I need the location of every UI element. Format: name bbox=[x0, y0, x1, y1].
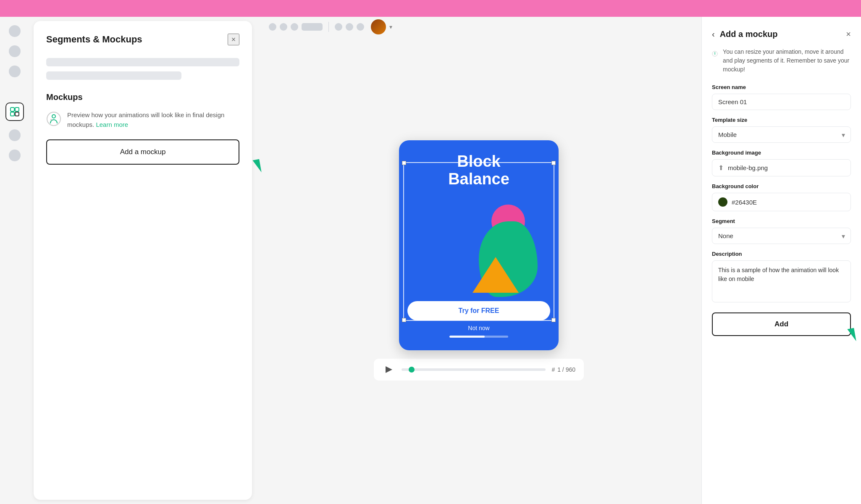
close-panel-button[interactable]: × bbox=[228, 34, 239, 45]
progress-fill bbox=[449, 336, 485, 338]
segments-icon bbox=[10, 107, 20, 117]
frame-counter: # 1 / 960 bbox=[551, 366, 575, 373]
background-image-value: mobile-bg.png bbox=[728, 164, 768, 171]
not-now-text[interactable]: Not now bbox=[407, 325, 550, 331]
shapes-container bbox=[407, 196, 550, 297]
play-icon bbox=[386, 366, 392, 373]
handle-br[interactable] bbox=[551, 318, 556, 322]
bc-rect-1 bbox=[302, 23, 323, 31]
svg-point-6 bbox=[50, 119, 52, 121]
skeleton-bar-1 bbox=[46, 58, 239, 66]
try-free-button[interactable]: Try for FREE bbox=[407, 301, 550, 320]
right-panel-header: ‹ Add a mockup × bbox=[712, 29, 851, 39]
right-panel: ‹ Add a mockup × You can resize your ani… bbox=[701, 17, 861, 504]
timeline-bar: # 1 / 960 bbox=[374, 359, 584, 381]
svg-point-7 bbox=[712, 51, 717, 56]
info-text: You can resize your animation, move it a… bbox=[723, 47, 851, 74]
mockups-title: Mockups bbox=[46, 92, 239, 102]
sidebar-dot-3 bbox=[9, 66, 21, 77]
segment-label: Segment bbox=[712, 218, 851, 224]
svg-point-5 bbox=[52, 115, 55, 118]
background-image-input[interactable]: ⬆ mobile-bg.png bbox=[712, 159, 851, 176]
add-button[interactable]: Add bbox=[712, 312, 851, 336]
bc-dot-1 bbox=[269, 23, 276, 31]
learn-more-link[interactable]: Learn more bbox=[96, 121, 128, 128]
user-avatar[interactable] bbox=[371, 19, 386, 34]
svg-point-4 bbox=[47, 112, 60, 126]
bc-dot-3 bbox=[291, 23, 298, 31]
sidebar-dot-5 bbox=[9, 150, 21, 161]
info-icon bbox=[712, 47, 718, 60]
template-size-wrapper: Mobile Desktop Tablet bbox=[712, 126, 851, 143]
sidebar-dot-2 bbox=[9, 45, 21, 57]
background-image-label: Background image bbox=[712, 150, 851, 156]
sidebar-item-segments[interactable] bbox=[5, 102, 24, 121]
preview-text: Preview how your animations will look li… bbox=[67, 111, 224, 128]
mockup-card-title: Block Balance bbox=[407, 153, 550, 188]
description-textarea[interactable]: This is a sample of how the animation wi… bbox=[712, 260, 851, 302]
segment-select[interactable]: None bbox=[712, 228, 851, 244]
sidebar-dot-4 bbox=[9, 129, 21, 141]
background-color-label: Background color bbox=[712, 183, 851, 189]
svg-rect-0 bbox=[10, 108, 14, 111]
mockups-section: Mockups Preview how your animations will… bbox=[46, 92, 239, 165]
browser-chrome: ▾ bbox=[269, 19, 689, 34]
handle-bl[interactable] bbox=[402, 318, 406, 322]
template-size-label: Template size bbox=[712, 117, 851, 123]
svg-rect-2 bbox=[10, 112, 14, 116]
sidebar-dot-1 bbox=[9, 25, 21, 37]
mockup-preview-text: Preview how your animations will look li… bbox=[67, 110, 239, 129]
screen-name-label: Screen name bbox=[712, 84, 851, 90]
right-panel-title: Add a mockup bbox=[720, 29, 846, 39]
bc-dot-5 bbox=[346, 23, 353, 31]
main-area: Segments & Mockups × Mockups Preview how… bbox=[0, 17, 861, 504]
shape-yellow-triangle bbox=[472, 257, 519, 293]
bc-dot-6 bbox=[357, 23, 364, 31]
timeline-track[interactable] bbox=[402, 368, 546, 371]
segment-wrapper: None bbox=[712, 228, 851, 244]
skeleton-bar-2 bbox=[46, 71, 181, 80]
upload-icon: ⬆ bbox=[718, 164, 724, 172]
play-button[interactable] bbox=[382, 363, 396, 376]
svg-point-8 bbox=[714, 52, 715, 53]
mockup-preview-row: Preview how your animations will look li… bbox=[46, 110, 239, 129]
svg-rect-3 bbox=[15, 112, 19, 116]
handle-tl[interactable] bbox=[402, 161, 406, 165]
cursor-right bbox=[848, 328, 855, 342]
bc-separator bbox=[328, 22, 329, 32]
template-size-select[interactable]: Mobile Desktop Tablet bbox=[712, 126, 851, 143]
panel-header: Segments & Mockups × bbox=[46, 34, 239, 45]
left-panel: Segments & Mockups × Mockups Preview how… bbox=[34, 21, 252, 500]
frame-value: 1 / 960 bbox=[557, 366, 575, 373]
progress-bar-container bbox=[407, 336, 550, 338]
description-label: Description bbox=[712, 251, 851, 257]
background-color-input[interactable]: #26430E bbox=[712, 193, 851, 211]
center-area: ▾ Block Balance Try for FREE Not n bbox=[256, 17, 701, 504]
back-button[interactable]: ‹ bbox=[712, 29, 715, 39]
screen-name-input[interactable] bbox=[712, 94, 851, 110]
left-sidebar bbox=[0, 17, 29, 504]
mockup-card: Block Balance Try for FREE Not now bbox=[399, 140, 559, 351]
color-value: #26430E bbox=[732, 199, 757, 206]
add-mockup-button[interactable]: Add a mockup bbox=[46, 139, 239, 165]
close-right-button[interactable]: × bbox=[846, 29, 851, 39]
color-swatch bbox=[718, 197, 727, 207]
mockup-preview-icon bbox=[46, 111, 61, 126]
timeline-playhead[interactable] bbox=[409, 367, 415, 373]
panel-title: Segments & Mockups bbox=[46, 34, 142, 45]
progress-bar bbox=[449, 336, 508, 338]
bc-dot-4 bbox=[335, 23, 342, 31]
handle-tr[interactable] bbox=[551, 161, 556, 165]
chevron-icon: ▾ bbox=[389, 24, 392, 30]
bc-dot-2 bbox=[280, 23, 287, 31]
top-bar bbox=[0, 0, 861, 17]
svg-rect-1 bbox=[15, 108, 19, 111]
info-row: You can resize your animation, move it a… bbox=[712, 47, 851, 74]
hash-icon: # bbox=[551, 366, 555, 373]
